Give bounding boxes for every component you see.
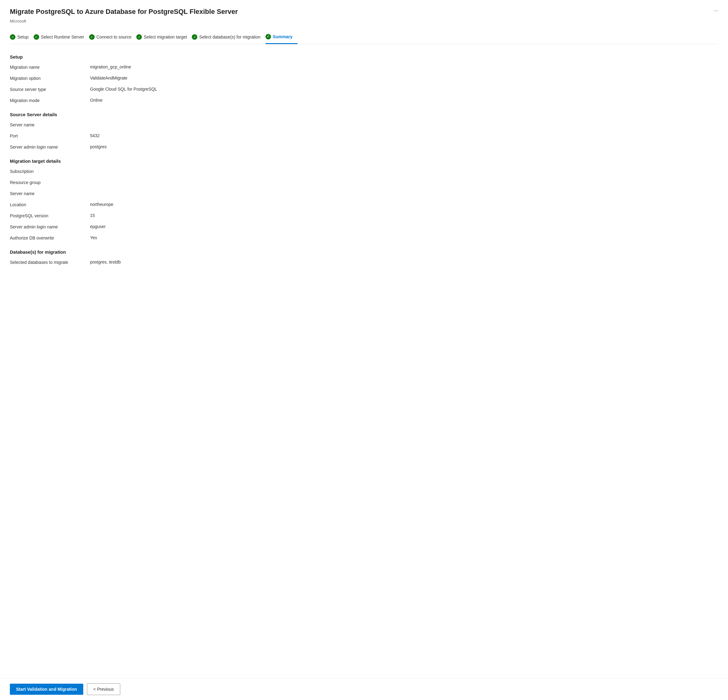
label-migration-name: Migration name [10, 64, 90, 70]
wizard-step-databases[interactable]: ✓ Select database(s) for migration [192, 31, 265, 43]
value-migration-option: ValidateAndMigrate [90, 75, 127, 81]
wizard-step-label-target: Select migration target [144, 35, 187, 39]
target-section: Migration target details Subscription Re… [10, 159, 718, 242]
label-target-server-name: Server name [10, 191, 90, 196]
field-port: Port 5432 [10, 133, 718, 140]
field-authorize-overwrite: Authorize DB overwrite Yes [10, 235, 718, 242]
value-target-admin-login: epguser [90, 224, 106, 229]
wizard-step-label-databases: Select database(s) for migration [199, 35, 260, 39]
check-icon-setup: ✓ [10, 34, 16, 40]
label-subscription: Subscription [10, 169, 90, 174]
check-icon-databases: ✓ [192, 34, 197, 40]
setup-section: Setup Migration name migration_gcp_onlin… [10, 54, 718, 104]
value-port: 5432 [90, 133, 100, 138]
wizard-step-label-source: Connect to source [97, 35, 131, 39]
check-icon-source: ✓ [89, 34, 95, 40]
wizard-step-target[interactable]: ✓ Select migration target [136, 31, 192, 43]
field-migration-name: Migration name migration_gcp_online [10, 64, 718, 71]
field-migration-option: Migration option ValidateAndMigrate [10, 75, 718, 82]
value-migration-name: migration_gcp_online [90, 64, 131, 69]
label-source-admin-login: Server admin login name [10, 144, 90, 150]
page-subtitle: Microsoft [10, 19, 718, 23]
value-authorize-overwrite: Yes [90, 235, 97, 240]
field-location: Location northeurope [10, 202, 718, 209]
field-migration-mode: Migration mode Online [10, 98, 718, 104]
main-content: Setup Migration name migration_gcp_onlin… [10, 45, 718, 308]
label-port: Port [10, 133, 90, 139]
label-selected-databases: Selected databases to migrate [10, 260, 90, 265]
label-target-admin-login: Server admin login name [10, 224, 90, 229]
check-icon-runtime: ✓ [33, 34, 39, 40]
label-migration-option: Migration option [10, 75, 90, 81]
target-section-title: Migration target details [10, 159, 718, 164]
databases-section: Database(s) for migration Selected datab… [10, 249, 718, 266]
check-icon-summary: ✓ [266, 34, 271, 39]
value-pg-version: 15 [90, 213, 95, 218]
wizard-nav: ✓ Setup ✓ Select Runtime Server ✓ Connec… [10, 31, 718, 45]
value-location: northeurope [90, 202, 113, 207]
value-source-server-type: Google Cloud SQL for PostgreSQL [90, 87, 157, 92]
field-target-server-name: Server name [10, 191, 718, 198]
check-icon-target: ✓ [136, 34, 142, 40]
field-subscription: Subscription [10, 169, 718, 175]
value-migration-mode: Online [90, 98, 103, 102]
setup-section-title: Setup [10, 54, 718, 59]
field-pg-version: PostgreSQL version 15 [10, 213, 718, 220]
value-source-admin-login: postgres [90, 144, 107, 149]
wizard-step-source[interactable]: ✓ Connect to source [89, 31, 137, 43]
field-target-admin-login: Server admin login name epguser [10, 224, 718, 231]
wizard-step-label-summary: Summary [273, 34, 293, 39]
page-title: Migrate PostgreSQL to Azure Database for… [10, 7, 238, 16]
field-source-server-type: Source server type Google Cloud SQL for … [10, 87, 718, 93]
source-section-title: Source Server details [10, 112, 718, 117]
field-source-admin-login: Server admin login name postgres [10, 144, 718, 151]
source-section: Source Server details Server name Port 5… [10, 112, 718, 151]
value-selected-databases: postgres, testdb [90, 260, 121, 264]
label-authorize-overwrite: Authorize DB overwrite [10, 235, 90, 240]
label-source-server-name: Server name [10, 122, 90, 127]
more-options-button[interactable]: ··· [714, 7, 718, 14]
wizard-step-runtime[interactable]: ✓ Select Runtime Server [33, 31, 89, 43]
field-selected-databases: Selected databases to migrate postgres, … [10, 260, 718, 266]
field-resource-group: Resource group [10, 180, 718, 186]
label-location: Location [10, 202, 90, 207]
wizard-step-setup[interactable]: ✓ Setup [10, 31, 33, 43]
field-source-server-name: Server name [10, 122, 718, 129]
label-source-server-type: Source server type [10, 87, 90, 92]
label-migration-mode: Migration mode [10, 98, 90, 103]
label-pg-version: PostgreSQL version [10, 213, 90, 218]
label-resource-group: Resource group [10, 180, 90, 185]
wizard-step-label-setup: Setup [17, 35, 29, 39]
wizard-step-summary[interactable]: ✓ Summary [266, 31, 298, 44]
wizard-step-label-runtime: Select Runtime Server [41, 35, 84, 39]
databases-section-title: Database(s) for migration [10, 249, 718, 255]
